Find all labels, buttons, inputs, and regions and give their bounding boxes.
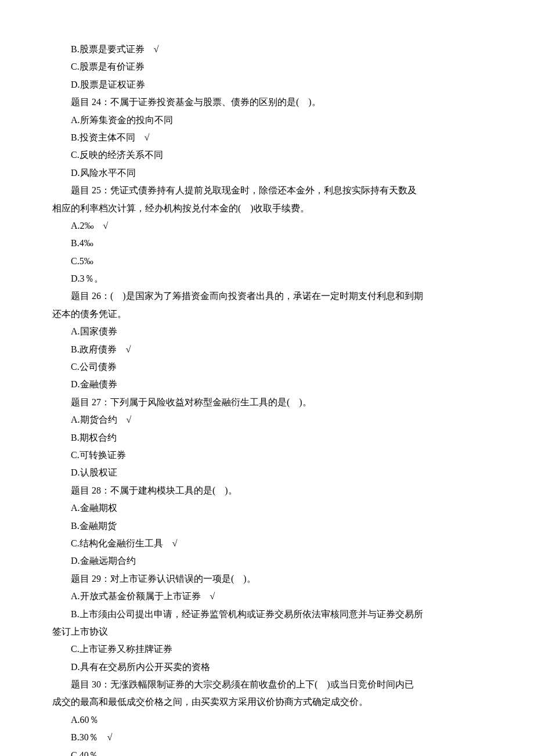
text-line: D.金融债券 (52, 376, 482, 393)
text-line: B.上市须由公司提出申请，经证券监管机构或证券交易所依法审核同意并与证券交易所 (52, 606, 482, 623)
text-line: 题目 29：对上市证券认识错误的一项是( )。 (52, 570, 482, 588)
text-line: D.3％。 (52, 270, 482, 287)
text-line: 题目 26：( )是国家为了筹措资金而向投资者出具的，承诺在一定时期支付利息和到… (52, 287, 482, 305)
text-line: 成交的最高和最低成交价格之间，由买卖双方采用议价协商方式确定成交价。 (52, 693, 482, 711)
text-line: 相应的利率档次计算，经办机构按兑付本金的( )收取手续费。 (52, 200, 482, 217)
text-line: 题目 25：凭证式债券持有人提前兑取现金时，除偿还本金外，利息按实际持有天数及 (52, 182, 482, 199)
text-line: B.金融期货 (52, 517, 482, 535)
text-line: B.股票是要式证券 √ (52, 41, 482, 58)
text-line: A.2‰ √ (52, 217, 482, 235)
text-line: D.认股权证 (52, 464, 482, 481)
text-line: D.股票是证权证券 (52, 76, 482, 93)
text-line: A.金融期权 (52, 499, 482, 517)
text-line: C.可转换证券 (52, 447, 482, 464)
text-line: B.投资主体不同 √ (52, 129, 482, 146)
text-line: D.具有在交易所内公开买卖的资格 (52, 658, 482, 676)
text-line: B.政府债券 √ (52, 341, 482, 358)
text-line: A.所筹集资金的投向不同 (52, 111, 482, 129)
text-line: C.40％ (52, 747, 482, 756)
text-line: D.风险水平不同 (52, 164, 482, 182)
text-line: A.期货合约 √ (52, 411, 482, 429)
text-line: 题目 28：不属于建构模块工具的是( )。 (52, 482, 482, 499)
text-line: A.60％ (52, 711, 482, 729)
text-line: B.期权合约 (52, 429, 482, 447)
text-line: 题目 24：不属于证券投资基金与股票、债券的区别的是( )。 (52, 93, 482, 111)
text-line: B.4‰ (52, 235, 482, 252)
text-line: A.国家债券 (52, 323, 482, 340)
text-line: D.金融远期合约 (52, 552, 482, 570)
text-line: C.结构化金融衍生工具 √ (52, 535, 482, 552)
text-line: C.5‰ (52, 253, 482, 270)
text-line: 题目 30：无涨跌幅限制证券的大宗交易须在前收盘价的上下( )或当日竞价时间内已 (52, 676, 482, 693)
text-line: C.公司债券 (52, 358, 482, 376)
text-line: B.30％ √ (52, 729, 482, 746)
text-line: C.反映的经济关系不同 (52, 146, 482, 164)
text-line: 签订上市协议 (52, 623, 482, 640)
text-line: A.开放式基金价额属于上市证券 √ (52, 588, 482, 605)
text-line: C.股票是有价证券 (52, 58, 482, 75)
text-line: 还本的债务凭证。 (52, 305, 482, 323)
text-line: 题目 27：下列属于风险收益对称型金融衍生工具的是( )。 (52, 394, 482, 411)
text-line: C.上市证券又称挂牌证券 (52, 640, 482, 658)
document-body: B.股票是要式证券 √C.股票是有价证券D.股票是证权证券题目 24：不属于证券… (52, 41, 482, 756)
